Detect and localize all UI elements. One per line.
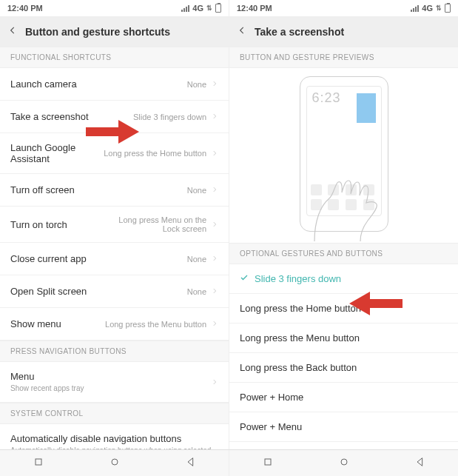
chevron-right-icon	[211, 184, 218, 195]
status-bar: 12:40 PM 4G ⇅	[0, 0, 229, 16]
back-icon[interactable]	[7, 25, 18, 38]
android-navbar	[0, 449, 458, 476]
row-turn-on-torch[interactable]: Turn on torch Long press Menu on the Loc…	[0, 207, 229, 243]
chevron-right-icon	[211, 111, 218, 122]
row-value: None	[187, 287, 206, 296]
option-label: Long press the Menu button	[240, 332, 360, 343]
option-long-press-back[interactable]: Long press the Back button	[229, 353, 458, 383]
page-header: Take a screenshot	[229, 16, 458, 47]
settings-list[interactable]: FUNCTIONAL SHORTCUTS Launch camera None …	[0, 47, 229, 449]
page-header: Button and gesture shortcuts	[0, 16, 229, 47]
option-long-press-menu[interactable]: Long press the Menu button	[229, 324, 458, 353]
row-launch-camera[interactable]: Launch camera None	[0, 68, 229, 101]
nav-back-icon[interactable]	[414, 456, 426, 470]
option-label: Slide 3 fingers down	[255, 273, 341, 284]
option-power-home[interactable]: Power + Home	[229, 383, 458, 412]
row-menu[interactable]: Menu Show recent apps tray	[0, 362, 229, 403]
row-label: Launch camera	[10, 78, 181, 90]
row-label: Turn on torch	[10, 219, 97, 230]
gesture-preview: 6:23	[229, 68, 458, 243]
nav-home-icon[interactable]	[109, 456, 121, 470]
data-arrows-icon: ⇅	[436, 4, 442, 12]
back-icon[interactable]	[237, 25, 247, 38]
row-label: Show menu	[10, 318, 99, 329]
nav-recent-icon[interactable]	[262, 456, 274, 470]
row-value: Slide 3 fingers down	[133, 113, 206, 121]
battery-icon	[215, 4, 221, 13]
section-header-options: OPTIONAL GESTURES AND BUTTONS	[229, 243, 458, 264]
row-turn-off-screen[interactable]: Turn off screen None	[0, 174, 229, 207]
row-value: Long press Menu on the Lock screen	[103, 215, 206, 233]
row-auto-disable-nav[interactable]: Automatically disable navigation buttons…	[0, 424, 229, 449]
page-title: Button and gesture shortcuts	[25, 26, 170, 38]
page-title: Take a screenshot	[255, 26, 344, 38]
checkmark-icon	[240, 273, 249, 284]
chevron-right-icon	[211, 253, 218, 264]
row-show-menu[interactable]: Show menu Long press the Menu button	[0, 308, 229, 341]
chevron-right-icon	[211, 148, 218, 159]
preview-clock: 6:23	[312, 90, 341, 106]
chevron-right-icon	[211, 286, 218, 297]
network-label: 4G	[192, 4, 203, 13]
row-label: Open Split screen	[10, 286, 181, 297]
chevron-right-icon	[211, 377, 218, 388]
row-open-split-screen[interactable]: Open Split screen None	[0, 275, 229, 308]
status-bar: 12:40 PM 4G ⇅	[229, 0, 458, 16]
row-value: Long press the Home button	[104, 149, 206, 158]
chevron-right-icon	[211, 219, 218, 230]
section-header-system-control: SYSTEM CONTROL	[0, 403, 229, 424]
chevron-right-icon	[211, 78, 218, 90]
signal-icon	[411, 4, 419, 12]
svg-point-3	[341, 459, 347, 465]
option-label: Long press the Back button	[240, 362, 357, 373]
row-label: Close current app	[10, 253, 181, 264]
row-value: Long press the Menu button	[105, 320, 206, 329]
nav-home-icon[interactable]	[338, 456, 350, 470]
chevron-right-icon	[211, 318, 218, 329]
option-slide-3-fingers-down[interactable]: Slide 3 fingers down	[229, 264, 458, 294]
option-power-menu[interactable]: Power + Menu	[229, 412, 458, 442]
battery-icon	[445, 4, 451, 13]
row-sub: Show recent apps tray	[10, 383, 205, 393]
data-arrows-icon: ⇅	[206, 4, 212, 12]
detail-content[interactable]: BUTTON AND GESTURE PREVIEWS 6:23	[229, 47, 458, 449]
option-label: Long press the Home button	[240, 303, 361, 314]
nav-back-icon[interactable]	[185, 456, 197, 470]
option-long-press-home[interactable]: Long press the Home button	[229, 294, 458, 324]
signal-icon	[181, 4, 189, 12]
row-value: None	[187, 186, 206, 195]
section-header-preview: BUTTON AND GESTURE PREVIEWS	[229, 47, 458, 68]
row-take-a-screenshot[interactable]: Take a screenshot Slide 3 fingers down	[0, 101, 229, 133]
row-label: Menu	[10, 371, 205, 382]
svg-rect-2	[265, 459, 271, 465]
preview-highlight	[357, 93, 376, 123]
svg-point-1	[112, 459, 118, 465]
row-value: None	[187, 255, 206, 264]
row-label: Turn off screen	[10, 184, 181, 195]
row-label: Automatically disable navigation buttons	[10, 433, 212, 444]
section-header-functional: FUNCTIONAL SHORTCUTS	[0, 47, 229, 68]
section-header-press-nav: PRESS NAVIGATION BUTTONS	[0, 341, 229, 362]
network-label: 4G	[422, 4, 433, 13]
status-time: 12:40 PM	[237, 4, 272, 13]
option-label: Power + Menu	[240, 421, 302, 432]
row-label: Launch Google Assistant	[10, 142, 98, 164]
status-time: 12:40 PM	[7, 4, 43, 13]
nav-recent-icon[interactable]	[33, 456, 44, 470]
left-screen: 12:40 PM 4G ⇅ Button and gesture shortcu…	[0, 0, 229, 449]
hand-gesture-icon	[300, 154, 388, 243]
right-screen: 12:40 PM 4G ⇅ Take a screenshot BUTTON A…	[229, 0, 458, 449]
row-close-current-app[interactable]: Close current app None	[0, 243, 229, 275]
svg-rect-0	[36, 459, 41, 465]
option-label: Power + Home	[240, 392, 303, 403]
row-launch-google-assistant[interactable]: Launch Google Assistant Long press the H…	[0, 133, 229, 174]
row-label: Take a screenshot	[10, 111, 127, 122]
row-value: None	[187, 80, 206, 89]
